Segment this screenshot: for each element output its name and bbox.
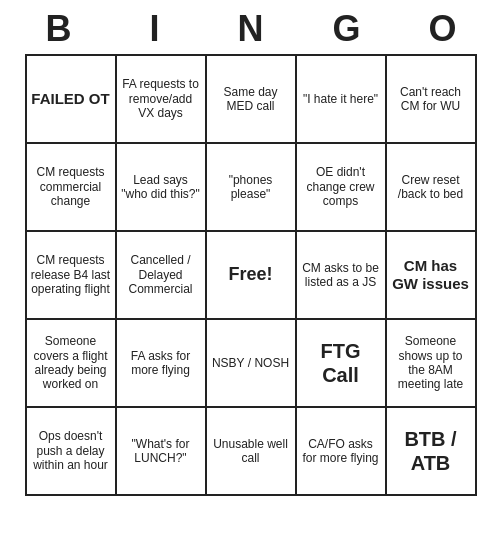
bingo-cell-20[interactable]: Ops doesn't push a delay within an hour: [27, 408, 117, 496]
bingo-cell-22[interactable]: Unusable well call: [207, 408, 297, 496]
bingo-cell-24[interactable]: BTB / ATB: [387, 408, 477, 496]
bingo-cell-4[interactable]: Can't reach CM for WU: [387, 56, 477, 144]
bingo-cell-18[interactable]: FTG Call: [297, 320, 387, 408]
bingo-cell-17[interactable]: NSBY / NOSH: [207, 320, 297, 408]
bingo-cell-21[interactable]: "What's for LUNCH?": [117, 408, 207, 496]
bingo-cell-5[interactable]: CM requests commercial change: [27, 144, 117, 232]
header-b: B: [14, 8, 104, 50]
header-g: G: [302, 8, 392, 50]
bingo-cell-9[interactable]: Crew reset /back to bed: [387, 144, 477, 232]
bingo-cell-8[interactable]: OE didn't change crew comps: [297, 144, 387, 232]
bingo-cell-15[interactable]: Someone covers a flight already being wo…: [27, 320, 117, 408]
header-i: I: [110, 8, 200, 50]
bingo-cell-2[interactable]: Same day MED call: [207, 56, 297, 144]
bingo-cell-19[interactable]: Someone shows up to the 8AM meeting late: [387, 320, 477, 408]
header-o: O: [398, 8, 488, 50]
bingo-grid: FAILED OTFA requests to remove/add VX da…: [25, 54, 477, 496]
bingo-cell-23[interactable]: CA/FO asks for more flying: [297, 408, 387, 496]
bingo-cell-10[interactable]: CM requests release B4 last operating fl…: [27, 232, 117, 320]
bingo-cell-3[interactable]: "I hate it here": [297, 56, 387, 144]
bingo-cell-11[interactable]: Cancelled / Delayed Commercial: [117, 232, 207, 320]
bingo-cell-6[interactable]: Lead says "who did this?": [117, 144, 207, 232]
bingo-cell-1[interactable]: FA requests to remove/add VX days: [117, 56, 207, 144]
bingo-cell-16[interactable]: FA asks for more flying: [117, 320, 207, 408]
bingo-cell-7[interactable]: "phones please": [207, 144, 297, 232]
bingo-cell-0[interactable]: FAILED OT: [27, 56, 117, 144]
bingo-cell-12[interactable]: Free!: [207, 232, 297, 320]
header-n: N: [206, 8, 296, 50]
bingo-header: B I N G O: [11, 0, 491, 54]
bingo-cell-14[interactable]: CM has GW issues: [387, 232, 477, 320]
bingo-cell-13[interactable]: CM asks to be listed as a JS: [297, 232, 387, 320]
